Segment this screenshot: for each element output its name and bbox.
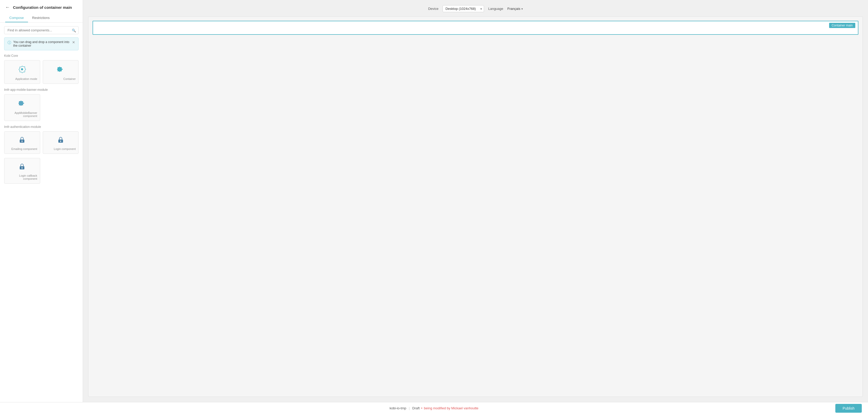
footer: kobi-io-tmp | Draft • being modified by …: [0, 402, 868, 414]
section-auth-label: lmfr-authentication-module: [4, 125, 79, 129]
footer-project: kobi-io-tmp: [390, 406, 406, 410]
language-select[interactable]: Français ▾: [507, 7, 523, 11]
language-label: Language: [488, 7, 503, 11]
search-container: 🔍: [4, 26, 79, 34]
device-select-wrapper: Desktop (1024x768) Mobile (375x812) Tabl…: [442, 5, 484, 12]
right-panel: Device Desktop (1024x768) Mobile (375x81…: [83, 0, 868, 402]
tab-compose[interactable]: Compose: [5, 14, 28, 22]
info-icon: ⓘ: [7, 40, 11, 45]
info-message: You can drag and drop a component into t…: [13, 40, 70, 48]
component-card-emailing[interactable]: Emailing component: [4, 131, 40, 154]
footer-modified: being modified by Mickael vanhoutte: [424, 406, 478, 410]
language-chevron-icon: ▾: [521, 7, 523, 10]
auth-grid-2: Login callback component: [4, 158, 79, 184]
device-select[interactable]: Desktop (1024x768) Mobile (375x812) Tabl…: [442, 5, 484, 12]
login-callback-label: Login callback component: [7, 174, 37, 180]
language-value-text: Français: [507, 7, 520, 11]
container-label: Container: [45, 77, 76, 81]
section-mobile-banner-label: lmfr-app-mobile-banner-module: [4, 88, 79, 92]
info-close-button[interactable]: ✕: [72, 40, 75, 45]
lock-login-icon: [57, 136, 64, 145]
auth-grid: Emailing component Login component: [4, 131, 79, 154]
panel-header: ← Configuration of container main Compos…: [0, 0, 83, 23]
back-button[interactable]: ←: [5, 5, 10, 10]
container-main-label: Container main: [829, 23, 855, 28]
component-card-login-callback[interactable]: Login callback component: [4, 158, 40, 184]
puzzle-blue-icon: [18, 99, 26, 109]
publish-button[interactable]: Publish: [835, 404, 862, 413]
component-card-container[interactable]: Container: [43, 60, 79, 84]
footer-center: kobi-io-tmp | Draft • being modified by …: [390, 406, 478, 410]
footer-status: Draft: [412, 406, 420, 410]
device-bar: Device Desktop (1024x768) Mobile (375x81…: [88, 5, 863, 12]
tab-restrictions[interactable]: Restrictions: [28, 14, 54, 22]
login-label: Login component: [45, 147, 76, 150]
mobile-banner-grid: AppMobileBanner component: [4, 94, 79, 121]
canvas-area: Container main: [88, 16, 863, 397]
footer-divider: |: [409, 406, 410, 410]
svg-point-7: [22, 167, 23, 168]
container-main-box: Container main: [93, 21, 859, 35]
puzzle-icon: [57, 65, 65, 75]
panel-title: Configuration of container main: [13, 5, 72, 9]
panel-tabs: Compose Restrictions: [5, 14, 78, 22]
component-card-app-mobile-banner[interactable]: AppMobileBanner component: [4, 94, 40, 121]
section-kobi-core-label: Kobi Core: [4, 54, 79, 58]
gear-icon: [18, 65, 26, 75]
search-icon: 🔍: [72, 28, 76, 32]
svg-point-4: [60, 141, 61, 142]
left-panel: ← Configuration of container main Compos…: [0, 0, 83, 402]
info-banner: ⓘ You can drag and drop a component into…: [4, 37, 79, 50]
component-card-login[interactable]: Login component: [43, 131, 79, 154]
kobi-core-grid: Application mode Container: [4, 60, 79, 84]
svg-point-1: [22, 141, 23, 142]
component-card-app-mode[interactable]: Application mode: [4, 60, 40, 84]
device-label: Device: [428, 7, 438, 11]
footer-dot: •: [421, 406, 423, 410]
search-input[interactable]: [4, 26, 79, 34]
app-mode-label: Application mode: [7, 77, 37, 81]
emailing-label: Emailing component: [7, 147, 37, 150]
lock-emailing-icon: [19, 136, 26, 145]
panel-body: 🔍 ⓘ You can drag and drop a component in…: [0, 23, 83, 402]
lock-login-callback-icon: [19, 163, 26, 172]
app-mobile-banner-label: AppMobileBanner component: [7, 111, 37, 118]
